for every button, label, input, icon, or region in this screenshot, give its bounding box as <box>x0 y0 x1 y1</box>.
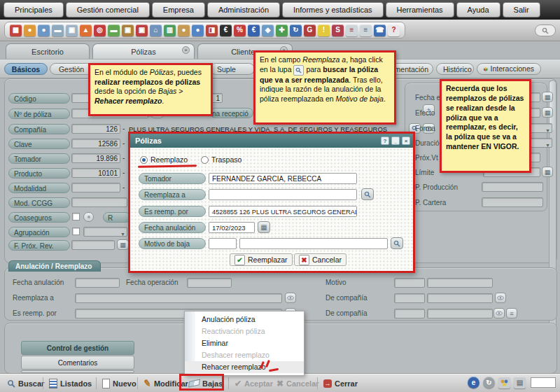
shield-green-icon[interactable]: ✚ <box>276 24 288 36</box>
tab-comentarios[interactable]: Comentarios <box>21 356 134 370</box>
doc-status-icon[interactable]: ▤ <box>514 377 526 388</box>
coaseguros-option-button[interactable] <box>83 212 94 222</box>
person-blue-icon[interactable]: ● <box>192 24 204 36</box>
f-prox-rev-input[interactable] <box>71 240 115 250</box>
menu-item[interactable]: Principales <box>4 2 64 18</box>
an-reemplaza-a-view-button[interactable] <box>285 293 296 303</box>
dlg-calendar-button[interactable]: ▦ <box>258 221 270 233</box>
agrupacion-checkbox[interactable] <box>72 227 80 235</box>
sync-blue-icon[interactable]: ↻ <box>290 24 302 36</box>
agrupacion-select[interactable]: ▼ <box>83 227 127 237</box>
home-icon[interactable]: ⌂ <box>150 24 162 36</box>
p-cartera-input[interactable] <box>482 197 543 207</box>
doc-lines-icon[interactable]: ≡ <box>346 24 358 36</box>
menu-item[interactable]: Herramientas <box>386 2 454 18</box>
euro-black-icon[interactable]: € <box>220 24 232 36</box>
an-de-compania2-view-button[interactable] <box>493 308 505 318</box>
buscar-button[interactable]: Buscar <box>4 377 47 390</box>
listados-button[interactable]: Listados <box>46 377 94 390</box>
tab-polizas[interactable]: Pólizas× <box>92 43 195 59</box>
euro-blue-icon[interactable]: € <box>248 24 260 36</box>
context-menu-item[interactable]: Reactivación póliza <box>185 326 304 337</box>
p-produccion-input[interactable] <box>482 182 543 192</box>
doc-s-red-icon[interactable]: S <box>332 24 344 36</box>
subtab-suplementos[interactable]: Suple <box>210 63 255 75</box>
an-de-compania1-desc-input[interactable] <box>427 293 493 303</box>
building-icon[interactable]: ▥ <box>164 24 176 36</box>
cancelar-button[interactable]: ✖ Cancelar <box>274 377 322 390</box>
bulb-icon[interactable]: ! <box>318 24 330 36</box>
status-input[interactable] <box>531 377 556 388</box>
doc-search-icon[interactable]: ≡ <box>360 24 372 36</box>
an-fecha-anulacion-input[interactable] <box>75 278 120 288</box>
dlg-reemplaza-a-input[interactable] <box>209 189 357 200</box>
agenda-orange-icon[interactable]: ● <box>24 24 36 36</box>
clave-input[interactable]: 12586 <box>71 139 120 148</box>
dlg-reemplaza-a-search-button[interactable] <box>361 188 374 200</box>
euro-web-icon[interactable]: e <box>468 377 479 388</box>
mod-ccgg-input[interactable] <box>71 197 127 207</box>
dlg-es-reemp-input[interactable]: 4528855 126 PLUS ULTRA SEGUROS GENERALES <box>209 206 357 217</box>
subtab-interacciones[interactable]: Interacciones <box>477 63 541 75</box>
modules-cube-icon[interactable]: ▦ <box>10 24 22 36</box>
g-red-icon[interactable]: G <box>304 24 316 36</box>
money-icon[interactable]: ▬ <box>108 24 120 36</box>
tab-escritorio[interactable]: Escritorio <box>6 43 90 59</box>
dlg-tomador-input[interactable]: FERNANDEZ GARCIA, REBECCA <box>209 173 357 184</box>
an-reemplaza-a-input[interactable] <box>75 293 282 303</box>
flame-icon[interactable]: ▲ <box>80 24 92 36</box>
menu-item[interactable]: Ayuda <box>456 2 500 18</box>
card-photo-icon[interactable]: ▣ <box>66 24 78 36</box>
users-status-icon[interactable] <box>498 377 510 388</box>
dlg-motivo-code-input[interactable] <box>209 238 237 249</box>
traspaso-radio[interactable] <box>201 156 209 164</box>
reemplazo-radio-label[interactable]: Reemplazo <box>150 155 188 164</box>
menu-item[interactable]: Administración <box>207 2 280 18</box>
an-de-compania2-desc-input[interactable] <box>427 309 493 318</box>
subtab-gestion[interactable]: Gestión <box>50 63 93 75</box>
bag-red-icon[interactable]: ▣ <box>136 24 148 36</box>
dialog-close-button[interactable]: × <box>402 136 410 145</box>
f-prox-rev-calendar-button[interactable]: ▦ <box>117 239 129 250</box>
producto-input[interactable]: 10101 <box>71 168 120 178</box>
fecha-emision-calendar-button[interactable]: ▦ <box>542 92 553 102</box>
an-motivo-desc-input[interactable] <box>427 278 493 288</box>
dlg-motivo-desc-input[interactable] <box>239 238 388 249</box>
context-menu-item[interactable]: Eliminar <box>185 337 304 349</box>
percent-red-icon[interactable]: % <box>234 24 246 36</box>
menu-item[interactable]: Gestión comercial <box>66 2 150 18</box>
tomador-input[interactable]: 19.896 <box>71 153 120 163</box>
an-de-compania2-list-button[interactable]: ≡ <box>506 308 517 318</box>
dialog-help-button[interactable]: ? <box>381 136 389 145</box>
an-de-compania1-code-input[interactable] <box>394 293 425 303</box>
person-tan-icon[interactable]: ● <box>178 24 190 36</box>
briefcase-icon[interactable]: ▣ <box>122 24 134 36</box>
agenda-blue-icon[interactable]: ● <box>38 24 50 36</box>
exit-door-icon[interactable]: ◨ <box>206 24 218 36</box>
quick-search-button[interactable] <box>535 24 556 36</box>
phone-icon[interactable]: ☎ <box>374 24 386 36</box>
an-fecha-operacion-input[interactable] <box>187 278 232 288</box>
tab-control-gestion[interactable]: Control de gestión <box>21 341 134 355</box>
subtab-basicos[interactable]: Básicos <box>4 63 48 75</box>
menu-item[interactable]: Salir <box>503 2 540 18</box>
context-menu-item[interactable]: Deshacer reemplazo <box>185 349 304 361</box>
efecto-calendar-button[interactable]: ▦ <box>542 107 553 118</box>
close-tab-icon[interactable]: × <box>182 46 190 54</box>
subtab-historico[interactable]: Histórico <box>436 63 474 75</box>
dlg-motivo-search-button[interactable] <box>391 237 403 249</box>
an-motivo-code-input[interactable] <box>394 278 425 288</box>
context-menu-item[interactable]: Rehacer reemplazo <box>185 361 304 373</box>
menu-item[interactable]: Informes y estadísticas <box>282 2 384 18</box>
aceptar-button[interactable]: ✔ Aceptar <box>232 377 276 390</box>
cerrar-button[interactable]: → Cerrar <box>321 377 360 390</box>
dlg-cancelar-button[interactable]: ✖ Cancelar <box>294 253 346 266</box>
dialog-minimize-button[interactable]: _ <box>391 136 400 145</box>
an-de-compania1-view-button[interactable] <box>495 293 506 303</box>
drop-blue-icon[interactable]: ◆ <box>262 24 274 36</box>
sync-status-icon[interactable]: ↻ <box>483 377 495 388</box>
modalidad-input[interactable] <box>71 183 120 192</box>
an-de-compania2-code-input[interactable] <box>394 309 425 318</box>
context-menu-item[interactable]: Anulación póliza <box>185 314 304 326</box>
reemplazo-radio[interactable] <box>140 156 148 164</box>
